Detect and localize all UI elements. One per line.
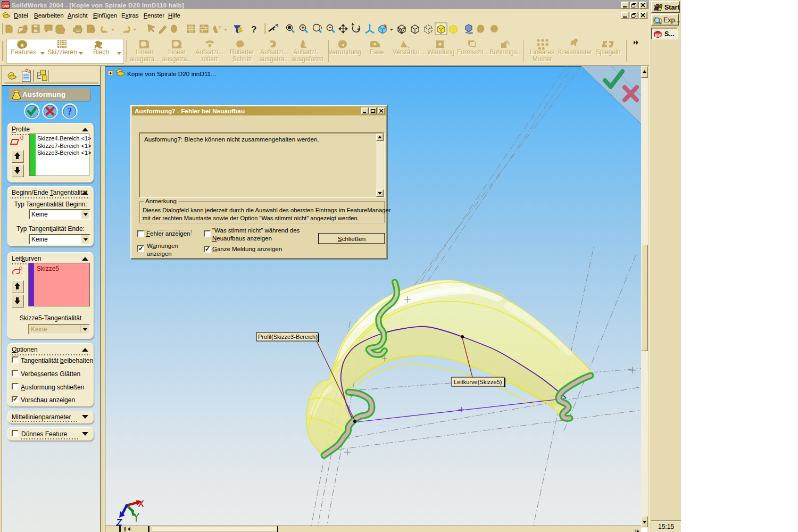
svg-text:0: 0 — [20, 135, 23, 141]
svg-text:Leitkurve(Skizze5): Leitkurve(Skizze5) — [454, 379, 502, 385]
svg-text:Profil(Skizze3-Bereich): Profil(Skizze3-Bereich) — [258, 334, 318, 340]
svg-text:SW: SW — [655, 34, 661, 37]
svg-text:Kopie von Spirale D20 innD11..: Kopie von Spirale D20 innD11... — [127, 70, 216, 78]
svg-text:?: ? — [68, 106, 72, 117]
svg-text:?: ? — [251, 24, 256, 35]
svg-text:SW: SW — [2, 4, 9, 9]
svg-text:Σ: Σ — [219, 25, 222, 30]
